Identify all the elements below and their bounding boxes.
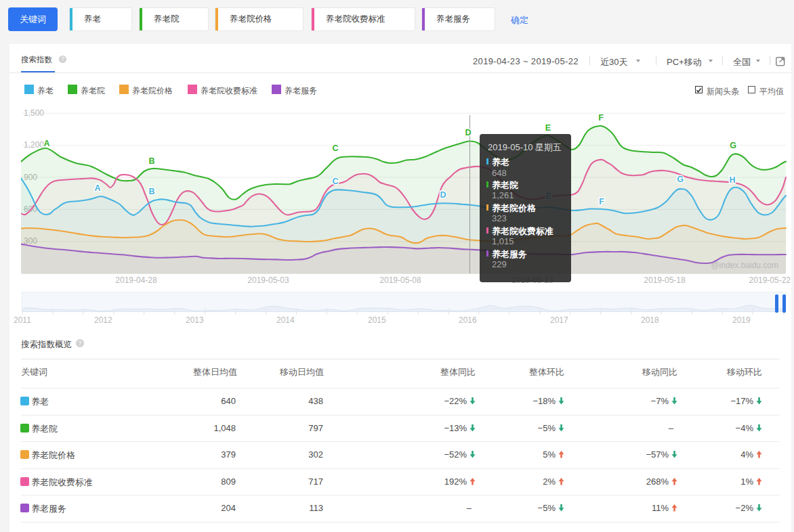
svg-text:1,200: 1,200: [24, 140, 44, 150]
svg-text:C: C: [332, 177, 338, 186]
svg-text:G: G: [730, 141, 736, 150]
svg-text:2019-05-22: 2019-05-22: [749, 275, 791, 285]
svg-text:2019-05-03: 2019-05-03: [247, 275, 289, 285]
svg-text:H: H: [729, 175, 735, 185]
svg-text:E: E: [545, 123, 551, 133]
svg-text:B: B: [148, 187, 154, 196]
svg-text:2019-04-28: 2019-04-28: [115, 275, 157, 285]
svg-text:D: D: [440, 190, 446, 200]
svg-text:C: C: [332, 143, 338, 153]
svg-text:F: F: [599, 197, 604, 206]
svg-text:@index.baidu.com: @index.baidu.com: [711, 261, 778, 270]
svg-text:2019-05-18: 2019-05-18: [644, 275, 686, 285]
svg-text:A: A: [43, 139, 49, 148]
svg-text:2019-05-08: 2019-05-08: [379, 275, 421, 285]
svg-text:D: D: [465, 128, 471, 137]
svg-text:F: F: [598, 113, 604, 123]
svg-text:1,500: 1,500: [24, 108, 44, 118]
svg-text:A: A: [94, 183, 100, 193]
svg-text:B: B: [148, 156, 154, 166]
svg-text:G: G: [677, 175, 684, 184]
